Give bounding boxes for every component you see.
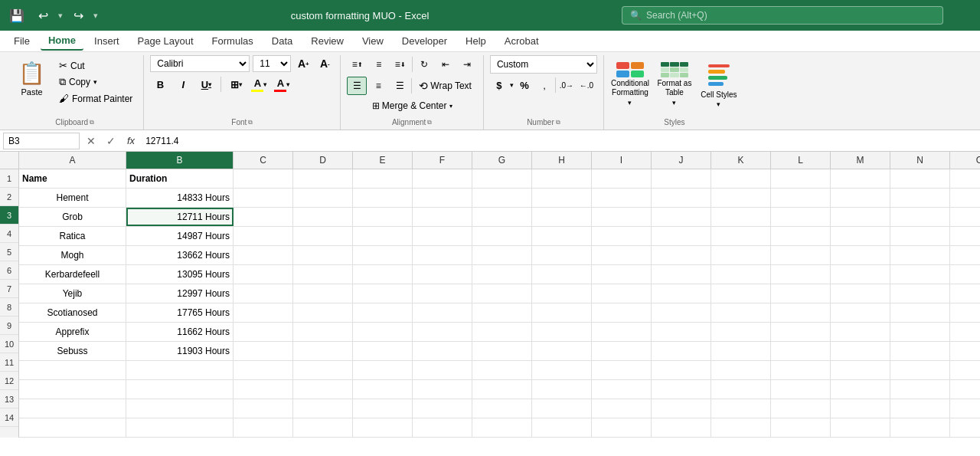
cell-j14[interactable] bbox=[652, 418, 711, 437]
format-painter-button[interactable]: 🖌 Format Painter bbox=[54, 91, 137, 106]
cell-h10[interactable] bbox=[532, 342, 592, 360]
cell-h3[interactable] bbox=[532, 208, 592, 226]
cell-e11[interactable] bbox=[353, 361, 413, 379]
menu-help[interactable]: Help bbox=[458, 32, 494, 50]
cell-e1[interactable] bbox=[353, 169, 413, 188]
cell-a7[interactable]: Yejib bbox=[19, 284, 126, 303]
cell-m2[interactable] bbox=[831, 189, 890, 207]
percent-button[interactable]: % bbox=[515, 77, 534, 93]
cell-m10[interactable] bbox=[831, 342, 890, 360]
row-header-9[interactable]: 9 bbox=[0, 317, 18, 335]
menu-page-layout[interactable]: Page Layout bbox=[130, 32, 201, 50]
cell-k1[interactable] bbox=[711, 169, 771, 188]
cell-d6[interactable] bbox=[293, 265, 353, 284]
col-header-h[interactable]: H bbox=[532, 152, 592, 169]
conditional-formatting-button[interactable]: ConditionalFormatting ▾ bbox=[610, 62, 650, 107]
cell-g12[interactable] bbox=[472, 380, 532, 399]
menu-developer[interactable]: Developer bbox=[394, 32, 455, 50]
col-header-l[interactable]: L bbox=[771, 152, 831, 169]
cell-n2[interactable] bbox=[890, 189, 950, 207]
cell-d12[interactable] bbox=[293, 380, 353, 399]
cell-o10[interactable] bbox=[950, 342, 980, 360]
cell-c2[interactable] bbox=[234, 189, 293, 207]
fill-color-button[interactable]: A ▾ bbox=[249, 75, 269, 93]
cell-a3[interactable]: Grob bbox=[19, 208, 126, 226]
name-box[interactable]: B3 bbox=[3, 133, 80, 149]
cell-l12[interactable] bbox=[771, 380, 831, 399]
cell-i2[interactable] bbox=[592, 189, 652, 207]
cell-i5[interactable] bbox=[592, 246, 652, 264]
menu-view[interactable]: View bbox=[354, 32, 391, 50]
row-header-14[interactable]: 14 bbox=[0, 408, 18, 427]
cell-c5[interactable] bbox=[234, 246, 293, 264]
cell-c4[interactable] bbox=[234, 227, 293, 245]
cell-j11[interactable] bbox=[652, 361, 711, 379]
cell-d11[interactable] bbox=[293, 361, 353, 379]
cell-i14[interactable] bbox=[592, 418, 652, 437]
cell-a9[interactable]: Apprefix bbox=[19, 323, 126, 341]
row-header-3[interactable]: 3 bbox=[0, 206, 18, 225]
cell-i10[interactable] bbox=[592, 342, 652, 360]
cell-h14[interactable] bbox=[532, 418, 592, 437]
menu-insert[interactable]: Insert bbox=[87, 32, 127, 50]
cell-h12[interactable] bbox=[532, 380, 592, 399]
col-header-j[interactable]: J bbox=[652, 152, 711, 169]
cell-g4[interactable] bbox=[472, 227, 532, 245]
cancel-formula-button[interactable]: ✕ bbox=[83, 133, 100, 149]
cell-f3[interactable] bbox=[413, 208, 472, 226]
cell-k7[interactable] bbox=[711, 284, 771, 303]
cell-l6[interactable] bbox=[771, 265, 831, 284]
cell-m14[interactable] bbox=[831, 418, 890, 437]
menu-file[interactable]: File bbox=[6, 32, 38, 50]
cell-k6[interactable] bbox=[711, 265, 771, 284]
cell-m1[interactable] bbox=[831, 169, 890, 188]
cell-o14[interactable] bbox=[950, 418, 980, 437]
menu-review[interactable]: Review bbox=[303, 32, 351, 50]
cell-f10[interactable] bbox=[413, 342, 472, 360]
cell-n14[interactable] bbox=[890, 418, 950, 437]
col-header-c[interactable]: C bbox=[234, 152, 293, 169]
cell-m9[interactable] bbox=[831, 323, 890, 341]
undo-button[interactable]: ↩ bbox=[32, 5, 54, 26]
cell-a5[interactable]: Mogh bbox=[19, 246, 126, 264]
merge-center-button[interactable]: ⊞ Merge & Center ▾ bbox=[367, 98, 458, 113]
col-header-m[interactable]: M bbox=[831, 152, 890, 169]
cell-a10[interactable]: Sebuss bbox=[19, 342, 126, 360]
cell-j5[interactable] bbox=[652, 246, 711, 264]
cell-k13[interactable] bbox=[711, 399, 771, 418]
cell-j7[interactable] bbox=[652, 284, 711, 303]
cell-d5[interactable] bbox=[293, 246, 353, 264]
cell-a12[interactable] bbox=[19, 380, 126, 399]
cell-n5[interactable] bbox=[890, 246, 950, 264]
menu-acrobat[interactable]: Acrobat bbox=[497, 32, 547, 50]
align-bottom-button[interactable]: ≡⬇ bbox=[390, 55, 410, 74]
cell-b6[interactable]: 13095 Hours bbox=[126, 265, 234, 284]
cell-g3[interactable] bbox=[472, 208, 532, 226]
cell-f11[interactable] bbox=[413, 361, 472, 379]
cell-l13[interactable] bbox=[771, 399, 831, 418]
col-header-g[interactable]: G bbox=[472, 152, 532, 169]
cell-a8[interactable]: Scotianosed bbox=[19, 303, 126, 322]
cell-c7[interactable] bbox=[234, 284, 293, 303]
cell-a1[interactable]: Name bbox=[19, 169, 126, 188]
col-header-a[interactable]: A bbox=[19, 152, 126, 169]
row-header-7[interactable]: 7 bbox=[0, 280, 18, 298]
cell-k8[interactable] bbox=[711, 303, 771, 322]
cell-i4[interactable] bbox=[592, 227, 652, 245]
cell-c3[interactable] bbox=[234, 208, 293, 226]
cell-n1[interactable] bbox=[890, 169, 950, 188]
cell-m12[interactable] bbox=[831, 380, 890, 399]
copy-button[interactable]: ⧉ Copy ▾ bbox=[54, 74, 137, 90]
col-header-d[interactable]: D bbox=[293, 152, 353, 169]
cell-c6[interactable] bbox=[234, 265, 293, 284]
col-header-i[interactable]: I bbox=[592, 152, 652, 169]
col-header-o[interactable]: O bbox=[950, 152, 980, 169]
cell-b8[interactable]: 17765 Hours bbox=[126, 303, 234, 322]
align-right-button[interactable]: ☰ bbox=[390, 77, 410, 95]
cell-n3[interactable] bbox=[890, 208, 950, 226]
cell-l5[interactable] bbox=[771, 246, 831, 264]
cell-h8[interactable] bbox=[532, 303, 592, 322]
cell-d13[interactable] bbox=[293, 399, 353, 418]
cell-l8[interactable] bbox=[771, 303, 831, 322]
cell-m6[interactable] bbox=[831, 265, 890, 284]
